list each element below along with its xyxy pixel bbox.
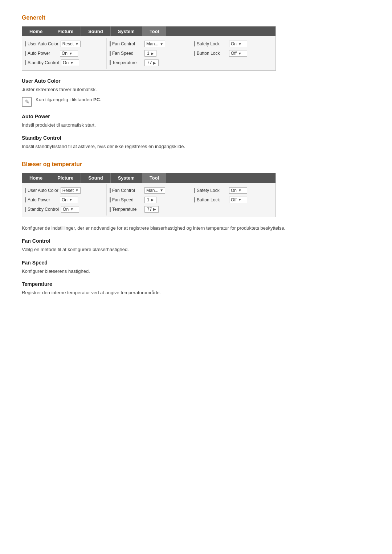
blaeserpanel-body: User Auto Color Reset ▼ Auto Power On ▼ … [22, 183, 275, 217]
dropdown-safety-lock-1[interactable]: On ▼ [229, 41, 247, 47]
label-standby-control-1: Standby Control [25, 60, 59, 65]
blaesertabs: Home Picture Sound System Tool [22, 173, 275, 183]
tab-sound-1[interactable]: Sound [81, 26, 110, 36]
dropdown-standby-value-2: On [63, 207, 69, 212]
label-standby-control-2: Standby Control [25, 207, 59, 212]
row-button-lock-1: Button Lock Off ▼ [191, 49, 275, 58]
dropdown-safety-lock-2[interactable]: On ▼ [229, 187, 247, 194]
label-button-lock-2: Button Lock [194, 197, 227, 202]
dropdown-reset-2[interactable]: Reset ▼ [61, 187, 81, 194]
user-auto-color-desc: Justér skærmens farver automatisk. [22, 86, 370, 93]
dropdown-fan-control-arrow-2: ▼ [160, 188, 163, 192]
dropdown-standby-arrow-1: ▼ [70, 61, 74, 65]
row-fan-speed-2: Fan Speed 1 ▶ [107, 195, 191, 205]
dropdown-auto-power-arrow-2: ▼ [69, 198, 73, 202]
blaesersection: Blæser og temperatur Home Picture Sound … [22, 161, 370, 296]
tab-system-1[interactable]: System [111, 26, 142, 36]
generelt-panel-body: User Auto Color Reset ▼ Auto Power On ▼ … [22, 36, 275, 70]
note-text: Kun tilgængelig i tilstanden PC. [36, 96, 101, 103]
row-button-lock-2: Button Lock Off ▼ [191, 195, 275, 205]
row-fan-control-1: Fan Control Man... ▼ [107, 39, 191, 49]
auto-power-title: Auto Power [22, 114, 370, 119]
fan-speed-arrow-1: ▶ [151, 52, 154, 56]
label-auto-power-1: Auto Power [25, 51, 58, 56]
row-fan-speed-1: Fan Speed 1 ▶ [107, 49, 191, 58]
dropdown-auto-power-1[interactable]: On ▼ [60, 50, 78, 57]
dropdown-button-lock-2[interactable]: Off ▼ [229, 197, 247, 203]
dropdown-standby-1[interactable]: On ▼ [61, 59, 79, 66]
label-safety-lock-1: Safety Lock [194, 41, 227, 46]
label-temperature-1: Temperature [110, 60, 142, 65]
dropdown-standby-arrow-2: ▼ [70, 207, 74, 211]
tab-picture-2[interactable]: Picture [50, 173, 81, 183]
dropdown-auto-power-value-2: On [62, 197, 68, 202]
generelt-panel: Home Picture Sound System Tool User Auto… [22, 26, 276, 71]
fan-speed-title: Fan Speed [22, 260, 370, 266]
btn-fan-speed-1[interactable]: 1 ▶ [144, 50, 156, 57]
dropdown-reset-1[interactable]: Reset ▼ [61, 41, 81, 47]
dropdown-standby-value-1: On [63, 60, 69, 65]
fan-speed-desc: Konfigurer blæserens hastighed. [22, 268, 370, 275]
dropdown-standby-2[interactable]: On ▼ [61, 206, 79, 213]
row-user-auto-color-1: User Auto Color Reset ▼ [22, 39, 106, 49]
auto-power-desc: Indstil produktet til automatisk start. [22, 122, 370, 129]
label-auto-power-2: Auto Power [25, 197, 58, 202]
temperature-value-1: 77 [147, 60, 152, 65]
generelt-tabs: Home Picture Sound System Tool [22, 26, 275, 36]
dropdown-auto-power-2[interactable]: On ▼ [60, 197, 78, 203]
generelt-col3: Safety Lock On ▼ Button Lock Off ▼ [191, 38, 275, 69]
blaesercol2: Fan Control Man... ▼ Fan Speed 1 ▶ Tempe… [107, 184, 191, 216]
note-block: ✎ Kun tilgængelig i tilstanden PC. [22, 96, 370, 107]
dropdown-arrow-2: ▼ [75, 188, 79, 192]
generelt-title: Generelt [22, 15, 370, 21]
temperature-desc: Registrer den interne temperatur ved at … [22, 289, 370, 296]
label-fan-control-2: Fan Control [110, 188, 142, 193]
blaesercol3: Safety Lock On ▼ Button Lock Off ▼ [191, 184, 275, 216]
tab-tool-2[interactable]: Tool [142, 173, 166, 183]
dropdown-button-lock-value-2: Off [231, 197, 237, 202]
label-user-auto-color-2: User Auto Color [25, 188, 58, 193]
row-auto-power-1: Auto Power On ▼ [22, 49, 106, 58]
fan-speed-value-1: 1 [147, 51, 150, 56]
label-fan-control-1: Fan Control [110, 41, 142, 46]
btn-temperature-2[interactable]: 77 ▶ [144, 206, 159, 213]
dropdown-arrow-1: ▼ [75, 42, 79, 46]
btn-temperature-1[interactable]: 77 ▶ [144, 59, 159, 66]
note-icon: ✎ [22, 97, 32, 107]
dropdown-safety-lock-arrow-2: ▼ [238, 188, 242, 192]
tab-sound-2[interactable]: Sound [81, 173, 110, 183]
dropdown-button-lock-1[interactable]: Off ▼ [229, 50, 247, 57]
dropdown-button-lock-arrow-1: ▼ [238, 52, 242, 56]
blaesersection-intro: Konfigurer de indstillinger, der er nødv… [22, 225, 370, 232]
tab-tool-1[interactable]: Tool [142, 26, 166, 36]
row-standby-control-1: Standby Control On ▼ [22, 58, 106, 67]
dropdown-fan-control-arrow-1: ▼ [160, 42, 163, 46]
dropdown-fan-control-2[interactable]: Man... ▼ [144, 187, 165, 194]
dropdown-auto-power-arrow-1: ▼ [69, 52, 73, 56]
row-safety-lock-1: Safety Lock On ▼ [191, 39, 275, 49]
dropdown-reset-value-2: Reset [62, 188, 74, 193]
dropdown-reset-value-1: Reset [62, 41, 74, 46]
row-temperature-1: Temperature 77 ▶ [107, 58, 191, 67]
tab-picture-1[interactable]: Picture [50, 26, 81, 36]
dropdown-fan-control-value-2: Man... [146, 188, 158, 193]
btn-fan-speed-2[interactable]: 1 ▶ [144, 197, 156, 203]
fan-speed-arrow-2: ▶ [151, 198, 154, 202]
row-standby-control-2: Standby Control On ▼ [22, 205, 106, 214]
label-user-auto-color-1: User Auto Color [25, 41, 58, 46]
generelt-section: Generelt Home Picture Sound System Tool … [22, 15, 370, 150]
tab-home-2[interactable]: Home [22, 173, 50, 183]
generelt-col1: User Auto Color Reset ▼ Auto Power On ▼ … [22, 38, 107, 69]
row-temperature-2: Temperature 77 ▶ [107, 205, 191, 214]
tab-system-2[interactable]: System [111, 173, 142, 183]
label-safety-lock-2: Safety Lock [194, 188, 227, 193]
temperature-arrow-1: ▶ [153, 61, 156, 65]
standby-control-title: Standby Control [22, 135, 370, 141]
blaeserpanel: Home Picture Sound System Tool User Auto… [22, 173, 276, 217]
temperature-value-2: 77 [147, 207, 152, 212]
label-temperature-2: Temperature [110, 207, 142, 212]
tab-home-1[interactable]: Home [22, 26, 50, 36]
standby-control-desc: Indstil standbytilstand til at aktivere,… [22, 143, 370, 150]
dropdown-fan-control-1[interactable]: Man... ▼ [144, 41, 165, 47]
blaesercol1: User Auto Color Reset ▼ Auto Power On ▼ … [22, 184, 107, 216]
